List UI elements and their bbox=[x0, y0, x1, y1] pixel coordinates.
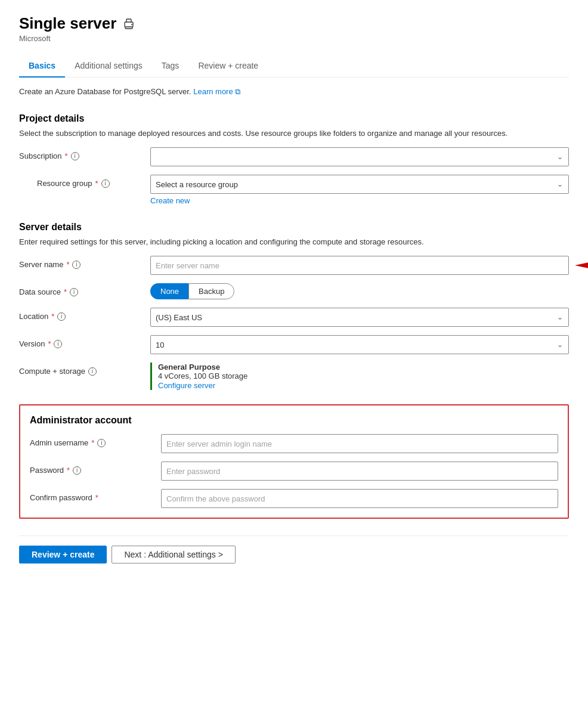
server-name-input[interactable] bbox=[150, 256, 569, 275]
admin-username-required: * bbox=[91, 438, 94, 447]
tab-review-create[interactable]: Review + create bbox=[188, 55, 268, 78]
confirm-password-input[interactable] bbox=[161, 489, 558, 508]
data-source-label: Data source * i bbox=[19, 283, 150, 296]
subscription-row: Subscription * i ⌄ bbox=[19, 147, 569, 166]
resource-group-required: * bbox=[95, 179, 98, 188]
location-row: Location * i (US) East US ⌄ bbox=[19, 308, 569, 327]
data-source-required: * bbox=[64, 287, 67, 296]
subscription-control: ⌄ bbox=[150, 147, 569, 166]
project-details-desc: Select the subscription to manage deploy… bbox=[19, 129, 569, 138]
svg-point-3 bbox=[131, 24, 132, 25]
location-label: Location * i bbox=[19, 308, 150, 321]
page-subtitle: Microsoft bbox=[19, 34, 569, 43]
data-source-control: None Backup bbox=[150, 283, 569, 299]
server-name-required: * bbox=[66, 260, 69, 269]
version-row: Version * i 10 ⌄ bbox=[19, 335, 569, 354]
data-source-none-button[interactable]: None bbox=[150, 283, 188, 299]
compute-desc: 4 vCores, 100 GB storage bbox=[158, 371, 569, 380]
password-control bbox=[161, 462, 558, 481]
svg-marker-5 bbox=[575, 259, 588, 272]
footer-buttons: Review + create Next : Additional settin… bbox=[19, 535, 569, 563]
create-new-link[interactable]: Create new bbox=[150, 196, 569, 205]
learn-more-link[interactable]: Learn more ⧉ bbox=[193, 87, 240, 96]
print-icon[interactable] bbox=[122, 17, 135, 30]
password-row: Password * i bbox=[30, 462, 558, 481]
data-source-info-icon[interactable]: i bbox=[70, 288, 78, 296]
resource-group-row: Resource group * i Select a resource gro… bbox=[19, 175, 569, 205]
compute-storage-label: Compute + storage i bbox=[19, 363, 150, 376]
server-name-arrow-annotation bbox=[575, 250, 588, 280]
confirm-password-control bbox=[161, 489, 558, 508]
resource-group-info-icon[interactable]: i bbox=[101, 179, 110, 188]
admin-username-input[interactable] bbox=[161, 434, 558, 453]
version-info-icon[interactable]: i bbox=[54, 340, 62, 348]
data-source-backup-button[interactable]: Backup bbox=[188, 283, 234, 299]
tab-bar: Basics Additional settings Tags Review +… bbox=[19, 55, 569, 78]
next-button[interactable]: Next : Additional settings > bbox=[112, 546, 235, 563]
page-title: Single server bbox=[19, 14, 116, 33]
version-label: Version * i bbox=[19, 335, 150, 348]
confirm-password-label: Confirm password * bbox=[30, 489, 161, 502]
admin-username-info-icon[interactable]: i bbox=[97, 439, 106, 447]
admin-username-row: Admin username * i bbox=[30, 434, 558, 453]
resource-group-select[interactable]: Select a resource group bbox=[150, 175, 569, 194]
server-details-desc: Enter required settings for this server,… bbox=[19, 237, 569, 246]
server-details-title: Server details bbox=[19, 222, 569, 233]
server-name-info-icon[interactable]: i bbox=[72, 261, 81, 269]
data-source-row: Data source * i None Backup bbox=[19, 283, 569, 299]
server-name-control bbox=[150, 256, 569, 275]
data-source-toggle: None Backup bbox=[150, 283, 569, 299]
tab-tags[interactable]: Tags bbox=[152, 55, 189, 78]
compute-title: General Purpose bbox=[158, 363, 569, 371]
admin-account-title: Administrator account bbox=[30, 415, 558, 426]
resource-group-label: Resource group * i bbox=[19, 175, 150, 188]
confirm-password-row: Confirm password * bbox=[30, 489, 558, 508]
admin-username-control bbox=[161, 434, 558, 453]
confirm-password-required: * bbox=[95, 493, 98, 502]
compute-storage-value: General Purpose 4 vCores, 100 GB storage… bbox=[150, 363, 569, 390]
subscription-required: * bbox=[65, 151, 68, 160]
version-control: 10 ⌄ bbox=[150, 335, 569, 354]
subscription-label: Subscription * i bbox=[19, 147, 150, 160]
admin-account-section: Administrator account Admin username * i… bbox=[19, 404, 569, 519]
version-required: * bbox=[48, 339, 51, 348]
compute-storage-info-icon[interactable]: i bbox=[88, 367, 97, 376]
password-info-icon[interactable]: i bbox=[73, 466, 81, 475]
password-input[interactable] bbox=[161, 462, 558, 481]
admin-username-label: Admin username * i bbox=[30, 434, 161, 447]
version-select[interactable]: 10 bbox=[150, 335, 569, 354]
server-details-section: Server details Enter required settings f… bbox=[19, 222, 569, 390]
location-info-icon[interactable]: i bbox=[57, 312, 66, 321]
compute-storage-row: Compute + storage i General Purpose 4 vC… bbox=[19, 363, 569, 390]
resource-group-control: Select a resource group ⌄ Create new bbox=[150, 175, 569, 205]
server-name-label: Server name * i bbox=[19, 256, 150, 269]
project-details-section: Project details Select the subscription … bbox=[19, 113, 569, 205]
review-create-button[interactable]: Review + create bbox=[19, 546, 107, 563]
location-control: (US) East US ⌄ bbox=[150, 308, 569, 327]
tab-basics[interactable]: Basics bbox=[19, 55, 65, 78]
project-details-title: Project details bbox=[19, 113, 569, 124]
password-label: Password * i bbox=[30, 462, 161, 475]
location-required: * bbox=[51, 312, 54, 321]
subscription-select[interactable] bbox=[150, 147, 569, 166]
page-description: Create an Azure Database for PostgreSQL … bbox=[19, 87, 569, 97]
tab-additional-settings[interactable]: Additional settings bbox=[65, 55, 152, 78]
location-select[interactable]: (US) East US bbox=[150, 308, 569, 327]
password-required: * bbox=[67, 466, 70, 475]
configure-server-link[interactable]: Configure server bbox=[158, 381, 215, 390]
subscription-info-icon[interactable]: i bbox=[71, 152, 79, 160]
server-name-row: Server name * i bbox=[19, 256, 569, 275]
